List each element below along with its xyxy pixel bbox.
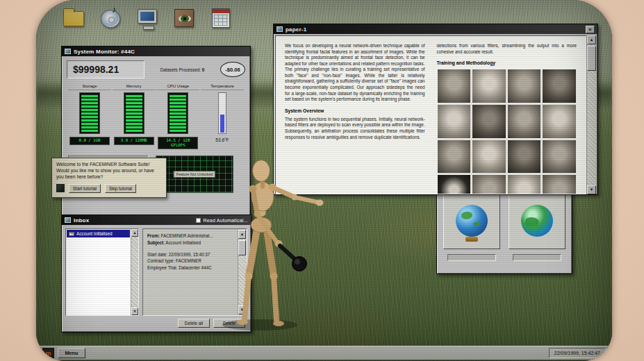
spreadsheet-glyph [212,8,230,28]
temperature-gauge: Temperature 53.6°F [201,84,244,149]
storage-gauge: Storage 0.0 / 1GB [68,84,111,149]
gauge-value: 3.9 / 128MB [114,137,154,145]
gauge-value: 0.0 / 1GB [69,137,110,145]
cpu-bar [167,92,188,134]
world-globe-program-button[interactable] [509,192,565,249]
desk-globe-icon [456,205,488,237]
face-thumbnail [508,105,541,138]
taskbar: m Menu 22/09/1999, 15:42:47 [38,346,610,360]
desk-globe-program-button[interactable] [443,192,500,249]
mail-from-line: From: FACEMINER Administrat... [147,233,236,240]
read-automatically-checkbox[interactable] [196,218,201,223]
scroll-thumb[interactable] [587,46,596,71]
gauge-value: 14.5 / 128 GFLOPS [158,137,198,149]
menu-button[interactable]: Menu [58,348,85,358]
crt-screen: ♪ System Monitor: #44C $99998.21 Dataset… [36,0,612,361]
gauges: Storage 0.0 / 1GB Memory 3.9 / 128MB CPU… [67,84,245,149]
paper-title: paper-1 [286,26,306,33]
paper-paragraph: The system functions in two sequential p… [285,117,425,140]
scroll-up-icon[interactable]: ▲ [238,230,246,239]
computer-icon[interactable] [135,6,160,32]
rate-indicator: -$0.06 [220,62,245,77]
face-thumbnail [543,140,576,174]
face-thumbnail [438,140,471,174]
scroll-up-icon[interactable]: ▲ [131,229,138,237]
cpu-gauge: CPU Usage 14.5 / 128 GFLOPS [156,84,199,149]
folder-glyph [63,11,84,26]
eye-photo-icon[interactable] [172,6,197,32]
scroll-track[interactable] [238,239,246,305]
feature-locked-label: Feature Not Unlocked [174,171,215,178]
paper-window: paper-1 × We focus on developing a neura… [273,24,598,195]
mail-list-item[interactable]: Account Initialised [67,230,130,237]
start-tutorial-button[interactable]: Start tutorial [69,184,101,193]
gauge-value: 53.6°F [215,137,229,142]
storage-bar [79,92,100,134]
taskbar-clock: 22/09/1999, 15:42:47 [549,348,606,358]
eye-glyph [174,9,194,27]
face-thumbnail [508,69,541,103]
mail-detail-pane: From: FACEMINER Administrat... Subject: … [142,228,247,316]
thermometer-bar [218,92,226,134]
document-icon [276,26,283,32]
envelope-icon [69,232,74,236]
mail-list-scrollbar[interactable]: ▲ ▼ [131,229,138,315]
scroll-down-icon[interactable]: ▼ [587,185,596,194]
assistant-avatar [56,184,65,192]
mail-icon [65,217,71,223]
face-thumbnail [543,175,576,194]
face-thumbnail [438,69,471,103]
scroll-up-icon[interactable]: ▲ [587,35,596,44]
system-monitor-titlebar[interactable]: System Monitor: #44C [62,47,250,56]
gauge-label: CPU Usage [156,84,199,90]
gauge-label: Memory [113,84,156,90]
program-item [509,192,565,261]
spreadsheet-icon[interactable] [208,6,233,32]
balance-display: $99998.21 [67,60,145,78]
program-item [443,192,500,261]
inbox-title: Inbox [74,217,89,224]
paper-scrollbar[interactable]: ▲ ▼ [586,35,596,194]
paper-paragraph: We focus on developing a neural network-… [285,43,425,103]
face-thumbnail [472,69,506,103]
world-globe-icon [521,205,553,237]
close-icon[interactable]: × [586,26,595,33]
mail-detail-scrollbar[interactable]: ▲ ▼ [238,230,246,314]
music-note-glyph: ♪ [112,4,117,15]
paper-page: We focus on developing a neural network-… [275,35,586,194]
folder-icon[interactable] [61,6,86,32]
memory-bar [124,92,145,134]
mail-detail-line: Contract type: FACEMINER [147,258,236,265]
scroll-thumb[interactable] [238,240,246,255]
face-samples-figure [438,69,577,194]
mail-detail-line: Employee Trial. Datacenter #44C [147,265,236,271]
face-thumbnail [543,69,576,103]
tutorial-popup: Welcome to the FACEMINER Software Suite!… [51,158,167,198]
system-monitor-icon [65,49,71,54]
delete-button[interactable]: Delete [213,319,245,328]
paper-titlebar[interactable]: paper-1 × [274,24,597,34]
scroll-track[interactable] [131,237,138,308]
datasets-processed: Datasets Processed: 0 [149,67,216,72]
skip-tutorial-button[interactable]: Skip tutorial [105,184,136,193]
mail-item-label: Account Initialised [76,231,113,236]
gauge-label: Storage [68,84,111,90]
system-monitor-title: System Monitor: #44C [74,49,135,55]
scroll-down-icon[interactable]: ▼ [131,308,138,315]
inbox-titlebar[interactable]: Inbox Read Automatical... [62,215,251,225]
music-cd-icon[interactable]: ♪ [98,6,123,32]
desktop-icons: ♪ [61,6,233,32]
scroll-track[interactable] [587,44,596,185]
paper-heading: System Overview [285,108,425,114]
read-automatically-label: Read Automatical... [204,218,249,223]
program-label [447,254,496,261]
program-label [513,254,561,261]
delete-all-button[interactable]: Delete all [178,319,210,328]
mail-detail-line: Start date: 22/09/1999, 15:40:37 [147,251,236,258]
programs-panel [436,185,572,274]
face-thumbnail [438,175,471,194]
paper-right-column: detections from various filters, streaml… [437,43,577,190]
scroll-down-icon[interactable]: ▼ [238,305,246,314]
mail-list: Account Initialised ▲ ▼ [65,228,139,316]
memory-gauge: Memory 3.9 / 128MB [113,84,156,149]
